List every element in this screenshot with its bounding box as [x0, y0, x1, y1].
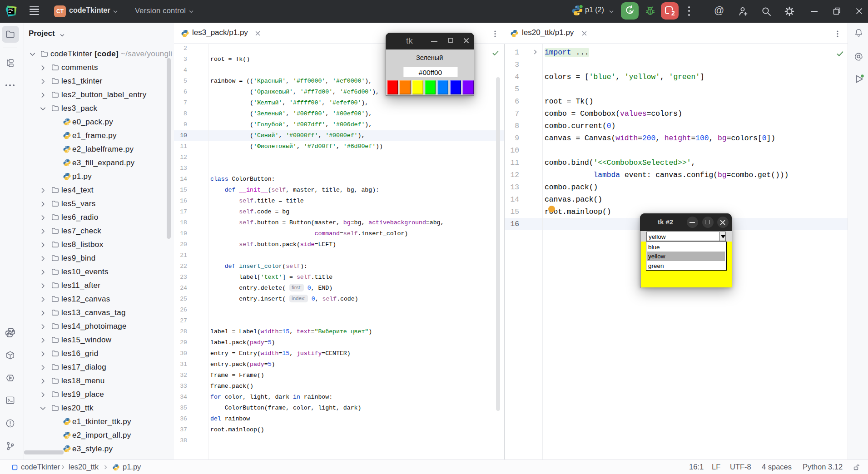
svg-text:PC: PC — [9, 8, 14, 12]
